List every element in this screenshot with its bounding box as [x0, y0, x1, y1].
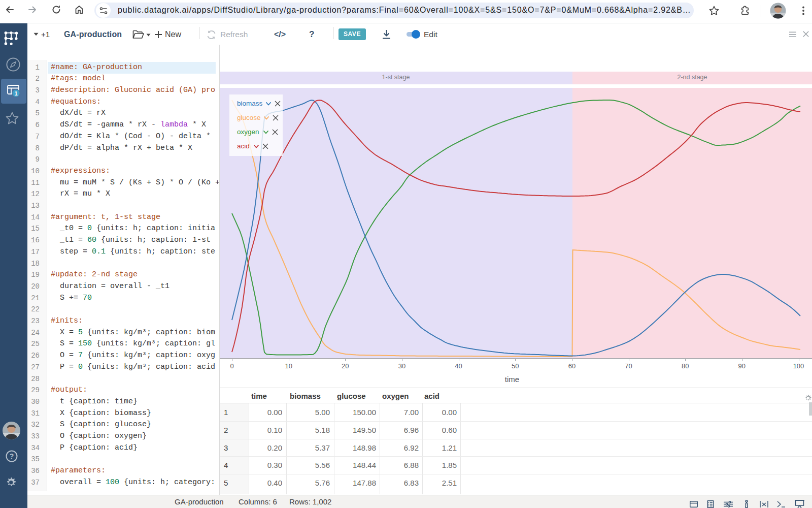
- svg-text:1: 1: [14, 90, 17, 97]
- svg-text:?: ?: [10, 452, 14, 460]
